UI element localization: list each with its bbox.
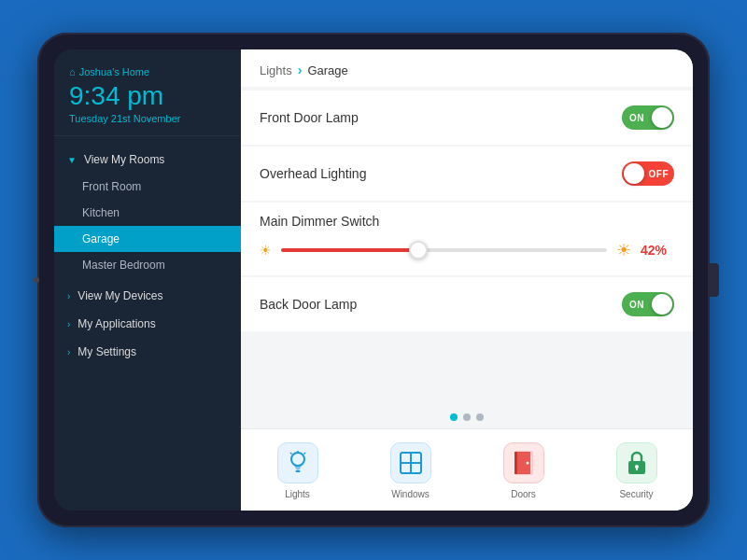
back-door-lamp-thumb xyxy=(652,294,672,315)
applications-label: My Applications xyxy=(78,317,155,330)
overhead-lighting-row: Overhead Lighting OFF xyxy=(241,147,693,201)
lights-label: Lights xyxy=(285,489,310,499)
lights-icon xyxy=(288,450,308,476)
windows-icon-item[interactable]: Windows xyxy=(354,439,467,503)
sun-icon-large: ☀ xyxy=(616,240,631,260)
rooms-section-header[interactable]: ▼ View My Rooms xyxy=(54,146,241,174)
bottom-icons: Lights Windows xyxy=(241,428,693,511)
dimmer-row: Main Dimmer Switch ☀ ☀ 42% xyxy=(241,203,693,275)
windows-icon xyxy=(398,450,424,476)
dimmer-slider-fill xyxy=(281,248,418,252)
front-door-lamp-thumb xyxy=(652,107,672,128)
settings-chevron: › xyxy=(67,347,70,357)
tablet: ⌂ Joshua's Home 9:34 pm Tuesday 21st Nov… xyxy=(37,33,710,527)
main-content: Lights › Garage Front Door Lamp ON xyxy=(241,49,693,511)
home-name: Joshua's Home xyxy=(79,66,149,77)
svg-point-10 xyxy=(526,462,529,465)
overhead-lighting-thumb xyxy=(624,163,644,184)
windows-label: Windows xyxy=(391,489,430,499)
devices-chevron: › xyxy=(67,291,70,301)
rooms-chevron: ▼ xyxy=(67,155,77,165)
front-door-lamp-label: Front Door Lamp xyxy=(260,110,359,125)
svg-point-0 xyxy=(291,453,304,466)
windows-icon-box xyxy=(390,442,431,483)
front-door-lamp-toggle[interactable]: ON xyxy=(622,105,674,130)
rooms-section: ▼ View My Rooms Front Room Kitchen Garag… xyxy=(54,146,241,278)
sidebar: ⌂ Joshua's Home 9:34 pm Tuesday 21st Nov… xyxy=(54,49,241,511)
dot-1[interactable] xyxy=(450,413,458,421)
home-icon: ⌂ xyxy=(69,66,76,77)
left-dot xyxy=(34,277,39,283)
applications-chevron: › xyxy=(67,319,70,329)
side-button[interactable] xyxy=(710,263,719,297)
settings-section[interactable]: › My Settings xyxy=(54,338,241,366)
breadcrumb-parent: Lights xyxy=(260,63,292,77)
settings-label: My Settings xyxy=(78,345,136,358)
svg-rect-11 xyxy=(514,452,517,474)
back-door-lamp-state: ON xyxy=(629,300,644,310)
dimmer-label: Main Dimmer Switch xyxy=(260,214,674,229)
devices-label: View My Devices xyxy=(78,289,162,302)
dot-2[interactable] xyxy=(463,413,471,421)
doors-label: Doors xyxy=(511,489,536,499)
doors-icon-item[interactable]: Doors xyxy=(467,439,580,503)
overhead-lighting-label: Overhead Lighting xyxy=(260,166,366,181)
front-door-lamp-row: Front Door Lamp ON xyxy=(241,91,693,145)
sidebar-header: ⌂ Joshua's Home 9:34 pm Tuesday 21st Nov… xyxy=(54,49,241,136)
security-label: Security xyxy=(619,489,653,499)
sidebar-item-master-bedroom[interactable]: Master Bedroom xyxy=(54,252,241,278)
security-icon xyxy=(625,450,649,476)
back-door-lamp-toggle[interactable]: ON xyxy=(622,292,674,316)
controls-list: Front Door Lamp ON Overhead Lighting OFF xyxy=(241,87,693,404)
sidebar-item-garage[interactable]: Garage xyxy=(54,226,241,252)
home-label: ⌂ Joshua's Home xyxy=(69,66,226,77)
dimmer-slider-thumb[interactable] xyxy=(409,241,428,259)
security-icon-box xyxy=(616,442,657,483)
front-door-lamp-track[interactable]: ON xyxy=(622,105,674,130)
doors-icon-box xyxy=(503,442,544,483)
overhead-lighting-track[interactable]: OFF xyxy=(622,161,674,186)
dimmer-value: 42% xyxy=(641,243,674,258)
time-display: 9:34 pm xyxy=(69,83,226,109)
svg-line-4 xyxy=(303,453,305,455)
breadcrumb: Lights › Garage xyxy=(241,49,693,87)
back-door-lamp-track[interactable]: ON xyxy=(622,292,674,316)
svg-rect-1 xyxy=(295,470,300,472)
rooms-label: View My Rooms xyxy=(84,153,164,166)
back-door-lamp-row: Back Door Lamp ON xyxy=(241,277,693,331)
sidebar-item-kitchen[interactable]: Kitchen xyxy=(54,200,241,226)
doors-icon xyxy=(513,450,535,476)
sidebar-item-front-room[interactable]: Front Room xyxy=(54,174,241,200)
front-door-lamp-state: ON xyxy=(629,113,644,123)
applications-section[interactable]: › My Applications xyxy=(54,310,241,338)
breadcrumb-separator: › xyxy=(298,63,303,77)
tablet-screen: ⌂ Joshua's Home 9:34 pm Tuesday 21st Nov… xyxy=(54,49,693,511)
overhead-lighting-state: OFF xyxy=(649,169,669,179)
rooms-list: Front Room Kitchen Garage Master Bedroom xyxy=(54,174,241,278)
sidebar-nav: ▼ View My Rooms Front Room Kitchen Garag… xyxy=(54,136,241,511)
dimmer-slider-track[interactable] xyxy=(281,248,607,252)
breadcrumb-current: Garage xyxy=(307,63,347,77)
devices-section[interactable]: › View My Devices xyxy=(54,282,241,310)
security-icon-item[interactable]: Security xyxy=(580,439,693,503)
back-door-lamp-label: Back Door Lamp xyxy=(260,297,357,312)
svg-line-3 xyxy=(290,453,292,455)
lights-icon-box xyxy=(277,442,318,483)
sun-icon-small: ☀ xyxy=(260,243,272,258)
overhead-lighting-toggle[interactable]: OFF xyxy=(622,161,674,186)
date-display: Tuesday 21st November xyxy=(69,113,226,124)
dimmer-slider-row: ☀ ☀ 42% xyxy=(260,240,674,260)
page-dots xyxy=(241,404,693,428)
dot-3[interactable] xyxy=(476,413,484,421)
lights-icon-item[interactable]: Lights xyxy=(241,439,354,503)
svg-rect-14 xyxy=(636,467,638,470)
